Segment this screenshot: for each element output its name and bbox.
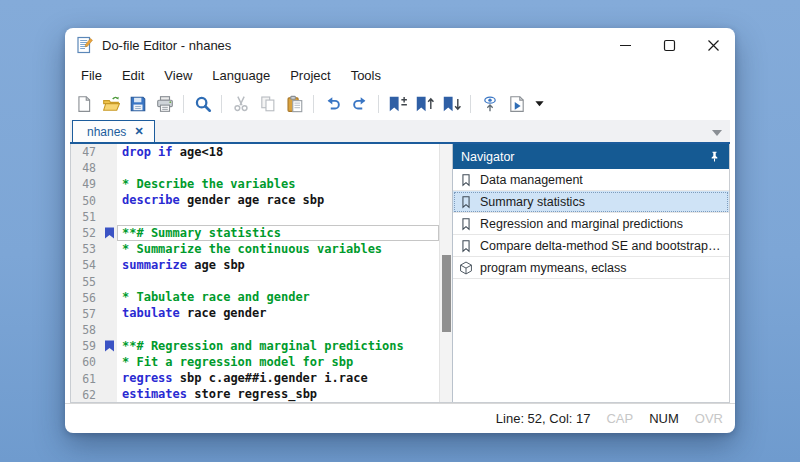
bookmark-icon[interactable] (101, 225, 117, 241)
tab-nhanes[interactable]: nhanes ✕ (72, 120, 155, 142)
code-line-text[interactable]: describe gender age race sbp (117, 193, 439, 209)
main-content: 47drop if age<184849* Describe the varia… (70, 144, 730, 403)
navigator-item-summary-statistics[interactable]: Summary statistics (453, 191, 729, 213)
titlebar[interactable]: Do-file Editor - nhanes (65, 28, 735, 62)
line-number: 60 (71, 354, 101, 370)
menubar: FileEditViewLanguageProjectTools (65, 62, 735, 89)
code-token: estimates (122, 387, 187, 402)
code-token: age sbp (187, 258, 245, 273)
previous-bookmark-button[interactable] (412, 92, 437, 116)
line-number: 62 (71, 387, 101, 402)
do-file-editor-app-icon (76, 36, 94, 54)
code-line-text[interactable]: summarize age sbp (117, 257, 439, 273)
navigator-item-label: program mymeans, eclass (480, 261, 627, 275)
find-button[interactable] (190, 92, 215, 116)
code-line-54: 54summarize age sbp (71, 257, 439, 273)
undo-button[interactable] (320, 92, 345, 116)
navigator-item-label: Data management (480, 173, 583, 187)
line-number: 48 (71, 160, 101, 176)
bookmark-gutter (101, 354, 117, 370)
menu-item-edit[interactable]: Edit (112, 65, 154, 86)
menu-item-tools[interactable]: Tools (341, 65, 391, 86)
code-token: sbp c.age##i.gender i.race (173, 371, 368, 386)
line-number: 51 (71, 209, 101, 225)
new-do-file-button[interactable] (71, 92, 96, 116)
code-line-text[interactable]: tabulate race gender (117, 306, 439, 322)
next-bookmark-button[interactable] (439, 92, 464, 116)
tab-close-icon[interactable]: ✕ (134, 126, 143, 137)
tab-bar: nhanes ✕ (70, 120, 730, 144)
save-button[interactable] (125, 92, 150, 116)
paste-button[interactable] (282, 92, 307, 116)
code-token: regress (122, 371, 173, 386)
code-token: **# Summary statistics (122, 226, 281, 241)
bookmark-gutter (101, 274, 117, 290)
menu-item-language[interactable]: Language (202, 65, 280, 86)
print-button[interactable] (152, 92, 177, 116)
overwrite-indicator: OVR (695, 411, 723, 426)
code-line-text[interactable]: * Tabulate race and gender (117, 290, 439, 306)
bookmark-gutter (101, 160, 117, 176)
code-line-57: 57tabulate race gender (71, 306, 439, 322)
status-bar: Line: 52, Col: 17 CAP NUM OVR (65, 403, 735, 433)
navigator-title: Navigator (461, 150, 515, 164)
line-number: 55 (71, 274, 101, 290)
menu-item-file[interactable]: File (71, 65, 112, 86)
code-line-text[interactable] (117, 322, 439, 338)
navigator-item-data-management[interactable]: Data management (453, 169, 729, 191)
menu-item-project[interactable]: Project (280, 65, 340, 86)
toggle-bookmark-button[interactable] (385, 92, 410, 116)
navigator-panel: Navigator Data managementSummary statist… (452, 144, 729, 402)
menu-item-view[interactable]: View (154, 65, 202, 86)
code-line-text[interactable]: * Describe the variables (117, 176, 439, 192)
current-code-line-text[interactable]: **# Summary statistics (117, 225, 439, 241)
code-line-61: 61regress sbp c.age##i.gender i.race (71, 371, 439, 387)
code-line-50: 50describe gender age race sbp (71, 193, 439, 209)
bookmark-icon[interactable] (101, 338, 117, 354)
navigator-item-label: Regression and marginal predictions (480, 217, 683, 231)
bookmark-gutter (101, 209, 117, 225)
cut-button[interactable] (228, 92, 253, 116)
toolbar-separator (470, 95, 471, 113)
line-number: 56 (71, 290, 101, 306)
code-token: * Summarize the continuous variables (122, 242, 382, 257)
code-token: * Fit a regression model for sbp (122, 355, 353, 370)
code-token: **# Regression and marginal predictions (122, 339, 404, 354)
code-line-55: 55 (71, 274, 439, 290)
close-button[interactable] (691, 28, 735, 62)
editor-scrollbar-thumb[interactable] (442, 255, 451, 332)
code-token: tabulate (122, 306, 180, 321)
code-editor[interactable]: 47drop if age<184849* Describe the varia… (71, 144, 439, 402)
code-line-text[interactable]: drop if age<18 (117, 144, 439, 160)
program-cube-icon (459, 261, 473, 275)
do-button[interactable] (504, 92, 529, 116)
run-button[interactable] (477, 92, 502, 116)
code-line-text[interactable]: estimates store regress_sbp (117, 387, 439, 402)
code-line-text[interactable]: regress sbp c.age##i.gender i.race (117, 371, 439, 387)
bookmark-gutter (101, 306, 117, 322)
editor-scrollbar[interactable] (439, 144, 452, 402)
navigator-item-program-mymeans-eclass[interactable]: program mymeans, eclass (453, 257, 729, 279)
code-line-text[interactable] (117, 160, 439, 176)
copy-button[interactable] (255, 92, 280, 116)
do-dropdown-button[interactable] (531, 92, 547, 116)
tab-list-dropdown-icon[interactable] (712, 130, 722, 136)
code-line-text[interactable]: * Fit a regression model for sbp (117, 354, 439, 370)
code-line-56: 56* Tabulate race and gender (71, 290, 439, 306)
code-line-text[interactable] (117, 274, 439, 290)
code-line-text[interactable]: * Summarize the continuous variables (117, 241, 439, 257)
maximize-button[interactable] (647, 28, 691, 62)
minimize-button[interactable] (603, 28, 647, 62)
pin-icon[interactable] (708, 150, 721, 163)
open-button[interactable] (98, 92, 123, 116)
code-line-text[interactable]: **# Regression and marginal predictions (117, 338, 439, 354)
navigator-item-regression-and-marginal-predictions[interactable]: Regression and marginal predictions (453, 213, 729, 235)
caps-lock-indicator: CAP (606, 411, 633, 426)
code-line-text[interactable] (117, 209, 439, 225)
toolbar (65, 89, 735, 118)
line-number: 49 (71, 176, 101, 192)
redo-button[interactable] (347, 92, 372, 116)
navigator-item-compare-delta-method-se-and-bootstrap-se[interactable]: Compare delta-method SE and bootstrap SE… (453, 235, 729, 257)
code-line-53: 53* Summarize the continuous variables (71, 241, 439, 257)
bookmark-gutter (101, 176, 117, 192)
